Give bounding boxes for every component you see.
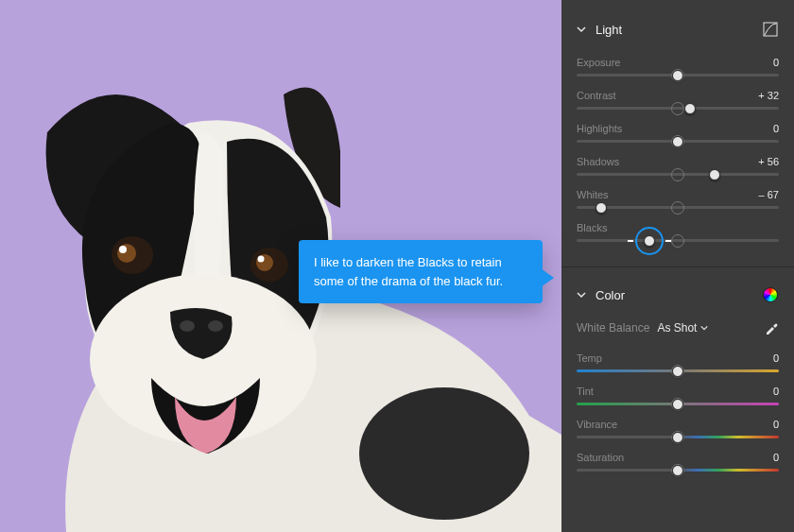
saturation-label: Saturation <box>577 452 624 463</box>
highlights-track[interactable] <box>577 140 779 143</box>
shadows-track[interactable] <box>577 173 779 176</box>
tint-slider[interactable]: Tint 0 <box>577 386 779 405</box>
svg-point-2 <box>180 320 195 332</box>
exposure-value: 0 <box>773 57 779 68</box>
highlights-value: 0 <box>773 123 779 134</box>
temp-slider[interactable]: Temp 0 <box>577 352 779 372</box>
svg-point-9 <box>258 256 265 263</box>
svg-point-5 <box>117 244 136 263</box>
svg-point-6 <box>119 246 127 253</box>
color-section-header[interactable]: Color <box>561 275 794 315</box>
tint-value: 0 <box>773 386 779 397</box>
exposure-label: Exposure <box>577 57 620 68</box>
tip-text: I like to darken the Blacks to retain so… <box>314 255 503 288</box>
light-section-title: Light <box>596 23 622 37</box>
vibrance-value: 0 <box>773 419 779 430</box>
shadows-label: Shadows <box>577 156 619 167</box>
temp-label: Temp <box>577 352 602 364</box>
section-divider <box>561 266 794 267</box>
exposure-slider[interactable]: Exposure 0 <box>577 57 779 77</box>
white-balance-value: As Shot <box>657 321 697 335</box>
temp-track[interactable] <box>577 369 779 372</box>
light-section-header[interactable]: Light <box>561 9 794 49</box>
tip-callout: I like to darken the Blacks to retain so… <box>299 240 543 303</box>
temp-value: 0 <box>773 352 779 364</box>
blacks-slider[interactable]: Blacks <box>577 222 779 242</box>
vibrance-slider[interactable]: Vibrance 0 <box>577 419 779 438</box>
whites-slider[interactable]: Whites – 67 <box>577 189 779 209</box>
color-sliders: Temp 0 Tint 0 Vibrance 0 Saturation 0 <box>561 345 794 489</box>
contrast-slider[interactable]: Contrast + 32 <box>577 90 779 110</box>
highlights-label: Highlights <box>577 123 622 134</box>
vibrance-label: Vibrance <box>577 419 617 430</box>
shadows-slider[interactable]: Shadows + 56 <box>577 156 779 176</box>
saturation-slider[interactable]: Saturation 0 <box>577 452 779 472</box>
tone-curve-icon[interactable] <box>762 21 779 38</box>
svg-point-10 <box>359 387 529 520</box>
color-section-title: Color <box>596 288 625 302</box>
white-balance-label: White Balance <box>577 321 649 335</box>
whites-label: Whites <box>577 189 609 200</box>
color-mixer-icon[interactable] <box>762 286 779 303</box>
contrast-label: Contrast <box>577 90 616 101</box>
whites-track[interactable] <box>577 206 779 209</box>
highlights-slider[interactable]: Highlights 0 <box>577 123 779 143</box>
blacks-track[interactable] <box>577 239 779 242</box>
whites-value: – 67 <box>759 189 779 200</box>
edit-panel: Light Exposure 0 Contrast + 32 Highlight… <box>561 0 794 532</box>
saturation-value: 0 <box>773 452 779 463</box>
eyedropper-icon[interactable] <box>764 320 779 335</box>
light-sliders: Exposure 0 Contrast + 32 Highlights 0 Sh… <box>561 49 794 259</box>
chevron-down-icon <box>577 290 586 300</box>
vibrance-track[interactable] <box>577 436 779 438</box>
saturation-track[interactable] <box>577 469 779 472</box>
tint-track[interactable] <box>577 403 779 405</box>
chevron-down-icon <box>577 25 586 34</box>
exposure-track[interactable] <box>577 74 779 77</box>
contrast-value: + 32 <box>758 90 779 101</box>
tint-label: Tint <box>577 386 594 397</box>
white-balance-row: White Balance As Shot <box>561 315 794 345</box>
svg-point-3 <box>208 320 223 332</box>
blacks-label: Blacks <box>577 222 607 233</box>
contrast-track[interactable] <box>577 107 779 110</box>
white-balance-select[interactable]: As Shot <box>657 321 708 335</box>
shadows-value: + 56 <box>758 156 779 167</box>
image-canvas[interactable]: I like to darken the Blacks to retain so… <box>0 0 561 532</box>
